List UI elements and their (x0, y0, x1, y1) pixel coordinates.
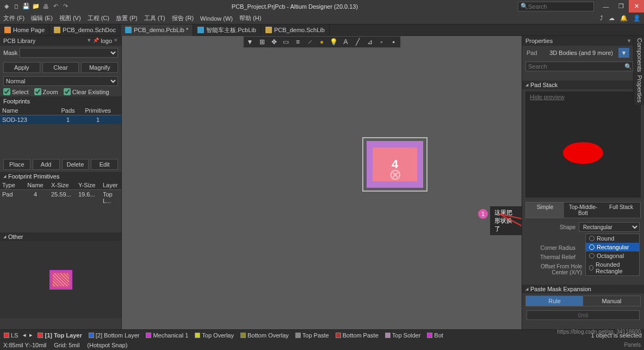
paste-value-input (527, 310, 640, 320)
layer-icon[interactable]: ▪ (389, 37, 399, 47)
side-tab-components[interactable]: Components (635, 38, 643, 72)
tab-schdoc[interactable]: PCB_demo.SchDoc (49, 24, 121, 36)
move-icon[interactable]: ✥ (269, 37, 279, 47)
layer-prev-icon[interactable]: ◂ (23, 331, 26, 339)
thermal-relief-label: Thermal Relief (527, 254, 575, 260)
layer-mech1[interactable]: Mechanical 1 (144, 332, 190, 339)
menu-window[interactable]: Window (W) (200, 15, 233, 22)
zoom-check[interactable]: Zoom (34, 88, 58, 95)
menu-help[interactable]: 帮助 (H) (239, 14, 261, 22)
manual-tab[interactable]: Manual (583, 296, 640, 306)
other-header[interactable]: Other (0, 232, 121, 241)
tab-simple[interactable]: Simple (526, 202, 564, 218)
tab-tmb[interactable]: Top-Middle-Bott (564, 202, 602, 218)
panel-pin-icon[interactable]: 📌 (93, 38, 99, 44)
filter-icon[interactable]: ▼ (245, 37, 255, 47)
tb-print-icon[interactable]: 🖶 (41, 2, 50, 11)
clear-button[interactable]: Clear (42, 62, 79, 73)
edit-button[interactable]: Edit (91, 159, 118, 170)
hide-preview-link[interactable]: Hide preview (530, 94, 565, 100)
selected-pad[interactable]: 4 (362, 137, 428, 192)
menu-place[interactable]: 放置 (P) (116, 14, 138, 22)
via-icon[interactable]: ● (317, 37, 327, 47)
menu-reports[interactable]: 报告 (R) (172, 14, 194, 22)
grid-readout: Grid: 5mil (54, 342, 79, 348)
line-icon[interactable]: ╱ (353, 37, 363, 47)
magnify-button[interactable]: Magnify (81, 62, 118, 73)
primitives-header[interactable]: Footprint Primitives (0, 172, 121, 181)
mask-select[interactable] (20, 48, 118, 58)
panel-dropdown-icon[interactable]: ▼ (86, 38, 91, 44)
mode-select[interactable]: Normal (3, 76, 118, 86)
text-icon[interactable]: A (341, 37, 351, 47)
shape-option-rectangular[interactable]: Rectangular (586, 243, 639, 251)
notify-icon[interactable]: 🔔 (620, 15, 628, 22)
tab-fullstack[interactable]: Full Stack (602, 202, 640, 218)
layer-bot-solder[interactable]: Bot (425, 332, 445, 339)
menu-view[interactable]: 视图 (V) (59, 14, 81, 22)
align-icon[interactable]: ≡ (293, 37, 303, 47)
shape-option-round[interactable]: Round (586, 234, 639, 243)
layer-set-button[interactable]: LS (2, 332, 20, 339)
tb-save-icon[interactable]: 💾 (22, 2, 30, 11)
tab-pcblib2[interactable]: 智能车主板.PcbLib (193, 24, 261, 36)
layer-top-solder[interactable]: Top Solder (383, 332, 423, 339)
delete-button[interactable]: Delete (62, 159, 89, 170)
layer-next-icon[interactable]: ▸ (29, 331, 33, 339)
tab-pcblib-active[interactable]: PCB_demo.PcbLib * (121, 24, 193, 36)
layer-bot-paste[interactable]: Bottom Paste (334, 332, 380, 339)
shape-option-octagonal[interactable]: Octagonal (586, 251, 639, 260)
tab-schlib[interactable]: PCB_demo.SchLib (261, 24, 330, 36)
tb-redo-icon[interactable]: ↷ (61, 2, 70, 11)
maximize-button[interactable]: ❐ (614, 0, 629, 13)
layer-bot-overlay[interactable]: Bottom Overlay (239, 332, 290, 339)
close-button[interactable]: ✕ (629, 0, 644, 13)
cloud-icon[interactable]: ☁ (609, 15, 615, 22)
user-icon[interactable]: 👤 (633, 15, 641, 22)
layer-top-paste[interactable]: Top Paste (294, 332, 331, 339)
layer-top-overlay[interactable]: Top Overlay (193, 332, 236, 339)
layer-bottom[interactable]: [2] Bottom Layer (87, 332, 141, 339)
poly-icon[interactable]: 💡 (329, 37, 339, 47)
tb-open-icon[interactable]: 🗋 (12, 2, 21, 11)
shape-select[interactable]: Rectangular (579, 222, 640, 232)
panel-close-icon[interactable]: ✕ (114, 38, 118, 44)
filter-button[interactable]: ▼ (618, 48, 629, 58)
tb-undo-icon[interactable]: ↶ (51, 2, 60, 11)
panels-button[interactable]: Panels (624, 342, 641, 348)
minimize-button[interactable]: — (598, 0, 614, 13)
shape-option-rounded-rect[interactable]: Rounded Rectangle (586, 260, 639, 275)
tab-label: 智能车主板.PcbLib (206, 26, 256, 34)
doc-icon (125, 27, 132, 33)
rect-icon[interactable]: ▭ (281, 37, 291, 47)
footprint-row[interactable]: SOD-123 1 1 (0, 115, 121, 124)
menu-edit[interactable]: 编辑 (E) (31, 14, 53, 22)
dim-icon[interactable]: ⊿ (365, 37, 375, 47)
add-button[interactable]: Add (33, 159, 60, 170)
rule-tab[interactable]: Rule (526, 296, 583, 306)
panel-dropdown-icon[interactable]: ▼ (627, 38, 631, 44)
property-search-input[interactable] (525, 62, 633, 71)
padstack-section[interactable]: Pad Stack (522, 81, 644, 89)
layer-top[interactable]: [1] Top Layer (36, 332, 83, 339)
clear-existing-check[interactable]: Clear Existing (64, 88, 109, 95)
global-search-input[interactable] (528, 3, 591, 10)
apply-button[interactable]: Apply (3, 62, 40, 73)
chart-icon[interactable]: ▫ (377, 37, 387, 47)
menu-tools[interactable]: 工具 (T) (144, 14, 165, 22)
tab-label: Home Page (13, 27, 45, 33)
place-button[interactable]: Place (3, 159, 30, 170)
paste-mask-section[interactable]: Paste Mask Expansion (522, 285, 644, 293)
select-check[interactable]: Select (3, 88, 29, 95)
select-mode-icon[interactable]: ⊞ (257, 37, 267, 47)
canvas[interactable]: ▼ ⊞ ✥ ▭ ≡ ⟋ ● 💡 A ╱ ⊿ ▫ ▪ 4 1 这里把形状换了 (122, 36, 522, 329)
tab-home[interactable]: Home Page (0, 24, 49, 36)
share-icon[interactable]: ⤴ (600, 15, 603, 22)
menu-file[interactable]: 文件 (F) (3, 14, 24, 22)
side-tab-properties[interactable]: Properties (635, 75, 643, 102)
doc-icon (265, 27, 272, 33)
menu-project[interactable]: 工程 (C) (88, 14, 109, 22)
tb-folder-icon[interactable]: 📁 (32, 2, 40, 11)
primitive-row[interactable]: Pad 4 25.59... 19.6... Top L... (0, 190, 121, 205)
route-icon[interactable]: ⟋ (305, 37, 315, 47)
